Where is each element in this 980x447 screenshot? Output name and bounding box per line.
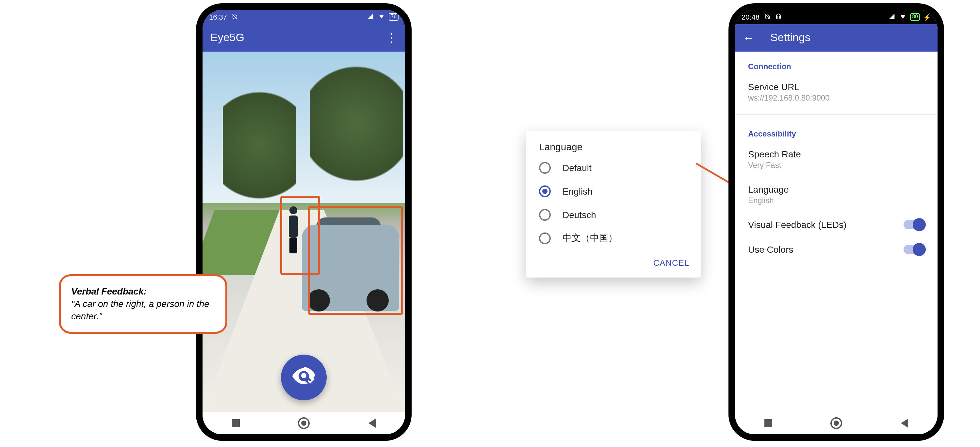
section-header-connection: Connection (735, 52, 937, 75)
callout-title: Verbal Feedback: (71, 285, 215, 298)
setting-value: ws://192.168.0.80:9000 (748, 94, 924, 103)
callout-text: "A car on the right, a person in the cen… (71, 298, 215, 323)
alarm-off-icon (231, 13, 238, 21)
language-option-label: English (563, 186, 593, 197)
android-nav-bar (735, 412, 937, 434)
language-option-deutsch[interactable]: Deutsch (528, 203, 698, 227)
detect-fab-button[interactable] (281, 355, 327, 400)
language-dialog: Language Default English Deutsch 中文（中国） … (526, 131, 701, 277)
verbal-feedback-callout: Verbal Feedback: "A car on the right, a … (59, 274, 228, 333)
nav-back-icon[interactable] (369, 418, 375, 428)
alarm-off-icon (764, 13, 771, 21)
language-option-label: Deutsch (563, 209, 596, 220)
nav-home-icon[interactable] (298, 417, 310, 429)
nav-home-icon[interactable] (831, 417, 843, 429)
language-option-chinese[interactable]: 中文（中国） (528, 227, 698, 250)
setting-value: English (748, 196, 924, 205)
status-bar: 20:48 80 ⚡ (735, 10, 937, 24)
setting-speech-rate[interactable]: Speech Rate Very Fast (735, 143, 937, 178)
setting-label: Visual Feedback (LEDs) (748, 219, 904, 230)
tree-right-illustration (310, 59, 403, 189)
screen-main: 16:37 76 Eye5G ⋮ (202, 10, 405, 434)
app-bar: ← Settings (735, 24, 937, 52)
setting-value: Very Fast (748, 161, 924, 170)
radio-unchecked-icon (539, 209, 551, 221)
dialog-title: Language (539, 141, 698, 152)
phone-main: 16:37 76 Eye5G ⋮ (196, 3, 412, 441)
headset-icon (775, 13, 782, 21)
section-header-accessibility: Accessibility (735, 119, 937, 143)
radio-unchecked-icon (539, 162, 551, 174)
phone-settings: 20:48 80 ⚡ (729, 3, 944, 441)
radio-checked-icon (539, 185, 551, 197)
status-time: 16:37 (209, 13, 227, 21)
wifi-icon (899, 13, 907, 21)
language-option-label: Default (563, 163, 592, 173)
setting-label: Speech Rate (748, 149, 924, 159)
status-bar: 16:37 76 (202, 10, 405, 24)
setting-visual-feedback[interactable]: Visual Feedback (LEDs) (735, 213, 937, 238)
battery-indicator: 80 (910, 13, 920, 21)
app-bar: Eye5G ⋮ (202, 24, 405, 52)
app-title: Settings (770, 31, 810, 44)
language-option-english[interactable]: English (528, 179, 698, 203)
setting-label: Language (748, 184, 924, 195)
language-option-label: 中文（中国） (563, 233, 617, 244)
settings-list[interactable]: Connection Service URL ws://192.168.0.80… (735, 52, 937, 412)
language-option-default[interactable]: Default (528, 156, 698, 179)
app-title: Eye5G (210, 31, 244, 44)
eye-check-icon (290, 363, 318, 393)
tree-left-illustration (223, 80, 296, 210)
nav-recents-icon[interactable] (232, 419, 240, 427)
back-arrow-icon[interactable]: ← (743, 31, 755, 45)
toggle-switch[interactable] (904, 220, 924, 229)
charging-icon: ⚡ (923, 13, 931, 21)
signal-icon (888, 13, 896, 21)
camera-viewport (202, 52, 405, 412)
dialog-cancel-button[interactable]: CANCEL (653, 258, 689, 268)
screen-settings: 20:48 80 ⚡ (735, 10, 937, 434)
nav-recents-icon[interactable] (764, 419, 772, 427)
setting-label: Service URL (748, 82, 924, 92)
setting-service-url[interactable]: Service URL ws://192.168.0.80:9000 (735, 75, 937, 110)
radio-unchecked-icon (539, 233, 551, 244)
nav-back-icon[interactable] (901, 418, 908, 428)
android-nav-bar (202, 412, 405, 434)
detection-bbox-car (308, 207, 403, 315)
status-time: 20:48 (741, 13, 759, 21)
setting-label: Use Colors (748, 244, 904, 255)
setting-language[interactable]: Language English (735, 178, 937, 213)
wifi-icon (378, 13, 385, 21)
setting-use-colors[interactable]: Use Colors (735, 238, 937, 263)
divider (735, 114, 937, 115)
overflow-menu-icon[interactable]: ⋮ (385, 31, 397, 45)
battery-indicator: 76 (389, 13, 399, 21)
toggle-switch[interactable] (904, 245, 924, 254)
signal-icon (366, 13, 374, 21)
